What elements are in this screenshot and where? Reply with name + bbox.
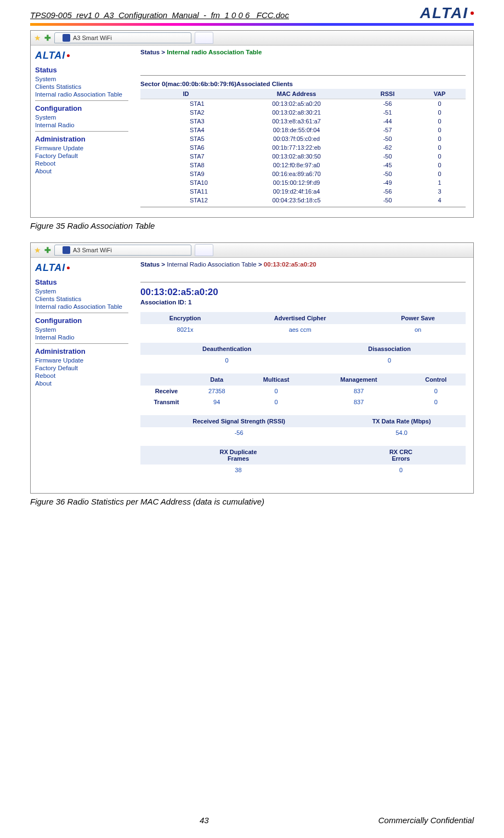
association-id: Association ID: 1	[140, 299, 466, 305]
add-favorite-icon[interactable]: ✚	[44, 246, 51, 254]
col-management: Management	[312, 373, 406, 386]
cell-vap: 3	[414, 187, 466, 196]
cell-mac: 00:04:23:5d:18:c5	[231, 196, 361, 205]
nav-item[interactable]: Reboot	[35, 160, 128, 167]
nav-item[interactable]: About	[35, 167, 128, 175]
mac-heading: 00:13:02:a5:a0:20	[140, 287, 466, 298]
nav-item[interactable]: System	[35, 75, 128, 83]
nav-item[interactable]: Factory Default	[35, 364, 128, 372]
col-power-save: Power Save	[370, 312, 466, 324]
favorites-star-icon[interactable]: ★	[34, 33, 41, 42]
browser-tab[interactable]: A3 Smart WiFi	[54, 32, 191, 43]
cell-vap: 0	[414, 161, 466, 169]
logo-dot-icon	[471, 12, 474, 15]
col-control: Control	[406, 373, 466, 386]
col-disassoc: Disassociation	[313, 343, 466, 355]
nav-item[interactable]: Reboot	[35, 372, 128, 380]
browser-tabbar: ★ ✚ A3 Smart WiFi	[31, 243, 473, 258]
cell-mac: 00:13:02:a8:30:50	[231, 152, 361, 161]
breadcrumb-root: Status >	[140, 261, 165, 268]
nav-item[interactable]: System	[35, 114, 128, 121]
col-advertised-cipher: Advertised Cipher	[230, 312, 370, 324]
breadcrumb-mid[interactable]: Internal Radio Association Table	[167, 261, 256, 268]
cell-vap: 0	[414, 134, 466, 143]
cell-id: STA10	[140, 178, 231, 187]
rx-error-table: RX Duplicate Frames RX CRC Errors 38 0	[140, 446, 466, 475]
val-rssi: -56	[140, 427, 337, 438]
table-row[interactable]: STA900:16:ea:89:a6:70-500	[140, 169, 466, 178]
table-row[interactable]: STA600:1b:77:13:22:eb-620	[140, 143, 466, 152]
browser-newtab[interactable]	[195, 32, 213, 44]
table-footer-divider	[140, 207, 466, 207]
cell-vap: 0	[414, 99, 466, 109]
val-power-save: on	[370, 324, 466, 335]
nav-item[interactable]: Factory Default	[35, 152, 128, 160]
table-row[interactable]: STA1200:04:23:5d:18:c5-504	[140, 196, 466, 205]
col-mac: MAC Address	[231, 89, 361, 99]
rssi-rate-table: Received Signal Strength (RSSI) TX Data …	[140, 415, 466, 438]
nav-item[interactable]: Internal radio Association Table	[35, 90, 128, 98]
nav-item[interactable]: About	[35, 380, 128, 387]
cell-management: 837	[312, 386, 406, 397]
cell-mac: 00:12:f0:8e:97:a0	[231, 161, 361, 169]
logo-dot-icon	[67, 267, 70, 269]
sidebar: ALTAI Status SystemClients StatisticsInt…	[31, 258, 133, 493]
row-label: Transmit	[140, 397, 192, 407]
col-multicast: Multicast	[241, 373, 312, 386]
nav-item[interactable]: System	[35, 326, 128, 333]
browser-tab[interactable]: A3 Smart WiFi	[54, 245, 191, 256]
brand-logo: ALTAI	[420, 4, 474, 22]
col-blank	[140, 373, 192, 386]
table-row[interactable]: STA500:03:7f:05:c0:ed-500	[140, 134, 466, 143]
nav-item[interactable]: Internal Radio	[35, 333, 128, 341]
val-rx-dup: 38	[140, 465, 336, 475]
cell-vap: 1	[414, 178, 466, 187]
table-row[interactable]: STA300:13:e8:a3:61:a7-440	[140, 117, 466, 126]
add-favorite-icon[interactable]: ✚	[44, 33, 51, 42]
nav-group-administration: Administration	[35, 135, 128, 143]
col-id: ID	[140, 89, 231, 99]
cell-control: 0	[406, 397, 466, 407]
doc-header-title: TPS09-005_rev1 0_A3_Configuration_Manual…	[30, 10, 289, 22]
tab-favicon-icon	[63, 246, 70, 254]
col-rx-crc: RX CRC Errors	[336, 446, 466, 465]
table-row[interactable]: STA1100:19:d2:4f:16:a4-563	[140, 187, 466, 196]
val-tx-rate: 54.0	[337, 427, 466, 438]
breadcrumb: Status > Internal Radio Association Tabl…	[140, 261, 466, 268]
nav-item[interactable]: Clients Statistics	[35, 295, 128, 303]
figure-35-caption: Figure 35 Radio Association Table	[30, 221, 474, 230]
cell-id: STA11	[140, 187, 231, 196]
figure-36-caption: Figure 36 Radio Statistics per MAC Addre…	[30, 497, 474, 506]
table-row[interactable]: STA400:18:de:55:0f:04-570	[140, 126, 466, 134]
breadcrumb-mac: 00:13:02:a5:a0:20	[264, 261, 316, 268]
val-deauth: 0	[140, 355, 313, 366]
browser-newtab[interactable]	[195, 244, 213, 256]
cell-id: STA8	[140, 161, 231, 169]
nav-item[interactable]: Internal radio Association Table	[35, 303, 128, 310]
table-row[interactable]: STA1000:15:00:12:9f:d9-491	[140, 178, 466, 187]
cell-id: STA7	[140, 152, 231, 161]
table-row[interactable]: STA100:13:02:a5:a0:20-560	[140, 99, 466, 109]
page-number: 43	[30, 816, 378, 825]
nav-group-administration: Administration	[35, 347, 128, 355]
nav-item[interactable]: Firmware Update	[35, 144, 128, 152]
nav-item[interactable]: Internal Radio	[35, 121, 128, 129]
cell-multicast: 0	[241, 397, 312, 407]
tab-title: A3 Smart WiFi	[73, 247, 112, 253]
cell-data: 27358	[192, 386, 241, 397]
nav-item[interactable]: Firmware Update	[35, 356, 128, 364]
nav-item[interactable]: Clients Statistics	[35, 83, 128, 90]
cell-id: STA2	[140, 108, 231, 117]
cell-rssi: -62	[361, 143, 414, 152]
table-row[interactable]: STA800:12:f0:8e:97:a0-450	[140, 161, 466, 169]
nav-item[interactable]: System	[35, 287, 128, 295]
cell-rssi: -51	[361, 108, 414, 117]
val-rx-crc: 0	[336, 465, 466, 475]
cell-mac: 00:13:e8:a3:61:a7	[231, 117, 361, 126]
favorites-star-icon[interactable]: ★	[34, 246, 41, 254]
table-row[interactable]: STA700:13:02:a8:30:50-500	[140, 152, 466, 161]
val-disassoc: 0	[313, 355, 466, 366]
cell-vap: 0	[414, 152, 466, 161]
table-row[interactable]: STA200:13:02:a8:30:21-510	[140, 108, 466, 117]
nav-group-configuration: Configuration	[35, 316, 128, 325]
